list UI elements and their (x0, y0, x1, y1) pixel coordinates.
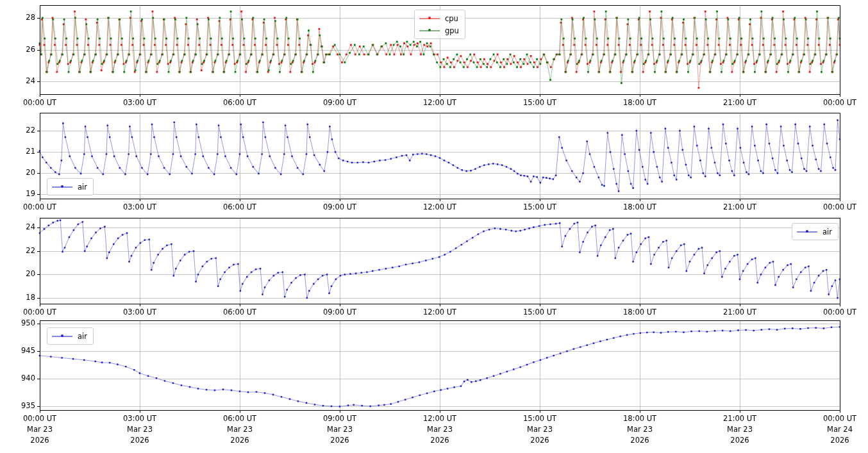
legend-entry-cpu: cpu (419, 12, 459, 24)
x-tick-time: 03:00 UT (109, 413, 171, 424)
x-tick-label: 12:00 UT (409, 202, 471, 212)
y-tick-label: 24 (0, 222, 35, 231)
x-tick-label: 21:00 UT (709, 202, 771, 212)
x-tick-label: 21:00 UTMar 232026 (709, 413, 771, 446)
x-tick-label: 15:00 UT (509, 307, 571, 317)
x-tick-date: Mar 23 (309, 424, 371, 435)
legend-upper-left: air (47, 327, 94, 345)
x-tick-label: 18:00 UT (609, 307, 671, 317)
y-tick-label: 945 (0, 346, 35, 355)
x-tick-label: 03:00 UT (109, 307, 171, 317)
y-tick-label: 19 (0, 189, 35, 198)
legend-line-marker-icon (797, 229, 817, 235)
legend-line-marker-icon (52, 184, 72, 190)
legend-label: cpu (445, 14, 458, 23)
x-tick-date: Mar 23 (509, 424, 571, 435)
legend-label: gpu (445, 26, 459, 35)
y-tick-label: 28 (0, 13, 35, 22)
x-tick-label: 00:00 UT (9, 202, 71, 212)
y-tick-label: 22 (0, 246, 35, 255)
x-tick-label: 00:00 UT (809, 97, 868, 108)
x-tick-label: 06:00 UT (209, 202, 271, 212)
x-tick-label: 09:00 UTMar 232026 (309, 413, 371, 446)
x-tick-label: 00:00 UT (809, 202, 868, 212)
x-tick-date: Mar 23 (609, 424, 671, 435)
x-tick-label: 12:00 UT (409, 307, 471, 317)
legend-line-marker-icon (419, 28, 440, 34)
x-tick-year: 2026 (709, 435, 771, 446)
x-tick-label: 09:00 UT (309, 307, 371, 317)
x-tick-label: 03:00 UT (109, 97, 171, 108)
legend-entry-gpu: gpu (419, 24, 459, 37)
x-tick-date: Mar 24 (809, 424, 868, 435)
x-tick-label: 15:00 UT (509, 202, 571, 212)
x-tick-label: 00:00 UTMar 232026 (9, 413, 71, 446)
legend-upper-right: air (792, 223, 839, 240)
x-tick-label: 18:00 UTMar 232026 (609, 413, 671, 446)
x-tick-date: Mar 23 (109, 424, 171, 435)
legend-label: air (78, 332, 87, 341)
plot-canvas-Temperature (°C) (0, 111, 868, 204)
x-tick-date: Mar 23 (709, 424, 771, 435)
y-tick-label: 24 (0, 76, 35, 85)
legend-entry-air: air (52, 181, 87, 193)
x-tick-time: 09:00 UT (309, 413, 371, 424)
x-tick-label: 21:00 UT (709, 97, 771, 108)
x-tick-label: 00:00 UTMar 242026 (809, 413, 868, 446)
x-tick-label: 00:00 UT (809, 307, 868, 317)
x-tick-label: 21:00 UT (709, 307, 771, 317)
x-tick-time: 18:00 UT (609, 413, 671, 424)
x-tick-label: 12:00 UTMar 232026 (409, 413, 471, 446)
x-tick-label: 03:00 UT (109, 202, 171, 212)
x-tick-time: 21:00 UT (709, 413, 771, 424)
x-tick-time: 00:00 UT (809, 413, 868, 424)
x-tick-label: 09:00 UT (309, 202, 371, 212)
legend-entry-air: air (52, 330, 87, 342)
x-tick-label: 00:00 UT (9, 307, 71, 317)
x-tick-label: 15:00 UTMar 232026 (509, 413, 571, 446)
x-tick-label: 03:00 UTMar 232026 (109, 413, 171, 446)
y-tick-label: 20 (0, 269, 35, 278)
x-tick-year: 2026 (509, 435, 571, 446)
x-tick-label: 06:00 UTMar 232026 (209, 413, 271, 446)
x-tick-date: Mar 23 (9, 424, 71, 435)
y-tick-label: 22 (0, 126, 35, 135)
x-tick-label: 00:00 UT (9, 97, 71, 108)
y-tick-label: 950 (0, 318, 35, 327)
x-tick-label: 12:00 UT (409, 97, 471, 108)
plot-canvas-Pressure (hPa) (0, 318, 868, 415)
legend-entry-air: air (797, 226, 832, 238)
legend-lower-left: air (47, 178, 94, 195)
x-tick-year: 2026 (809, 435, 868, 446)
x-tick-label: 06:00 UT (209, 97, 271, 108)
legend-line-marker-icon (419, 15, 440, 22)
x-tick-year: 2026 (9, 435, 71, 446)
x-tick-label: 18:00 UT (609, 97, 671, 108)
y-tick-label: 18 (0, 293, 35, 302)
x-tick-time: 15:00 UT (509, 413, 571, 424)
x-tick-year: 2026 (309, 435, 371, 446)
legend-label: air (78, 183, 87, 192)
y-tick-label: 940 (0, 374, 35, 383)
x-tick-year: 2026 (609, 435, 671, 446)
x-tick-time: 06:00 UT (209, 413, 271, 424)
x-tick-label: 09:00 UT (309, 97, 371, 108)
legend-upper-center: cpugpu (414, 10, 465, 39)
y-tick-label: 935 (0, 401, 35, 410)
x-tick-date: Mar 23 (409, 424, 471, 435)
x-tick-time: 12:00 UT (409, 413, 471, 424)
x-tick-label: 18:00 UT (609, 202, 671, 212)
figure: CPU/GPU (°C) 24262800:00 UT03:00 UT06:00… (0, 0, 868, 453)
x-tick-year: 2026 (109, 435, 171, 446)
legend-label: air (822, 227, 832, 236)
x-tick-year: 2026 (409, 435, 471, 446)
y-tick-label: 20 (0, 168, 35, 177)
legend-line-marker-icon (52, 333, 72, 340)
x-tick-label: 15:00 UT (509, 97, 571, 108)
x-tick-date: Mar 23 (209, 424, 271, 435)
x-tick-time: 00:00 UT (9, 413, 71, 424)
x-tick-year: 2026 (209, 435, 271, 446)
y-tick-label: 26 (0, 45, 35, 54)
y-tick-label: 21 (0, 147, 35, 156)
plot-canvas-Humidity (%) (0, 216, 868, 309)
